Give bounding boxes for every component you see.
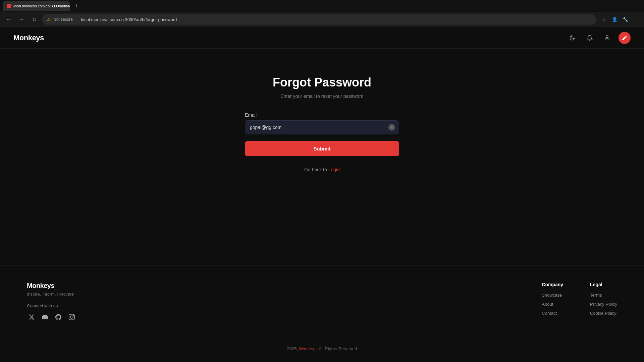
more-icon[interactable]: ⋮: [632, 15, 640, 23]
footer-main: Monkeys Inspire, Inform, Innovate Connec…: [27, 282, 617, 322]
copyright-text: 2025,: [287, 346, 299, 351]
user-avatar[interactable]: [619, 32, 631, 44]
tab-title: local.monkeys.com.co:3000/auth/forgot-pa…: [13, 4, 70, 8]
submit-button[interactable]: Submit: [245, 141, 399, 156]
header-actions: [566, 32, 631, 44]
back-text: Go back to: [304, 167, 328, 172]
address-input[interactable]: [75, 14, 592, 25]
email-label: Email: [245, 112, 399, 118]
browser-tabs: local.monkeys.com.co:3000/auth/forgot-pa…: [0, 0, 644, 12]
footer-tagline: Inspire, Inform, Innovate: [27, 292, 76, 297]
footer-links: Company Showcase About Contact Legal Ter…: [542, 282, 617, 322]
legal-links: Terms Privacy Policy Cookie Policy: [590, 293, 617, 316]
discord-icon[interactable]: [40, 312, 50, 322]
reload-button[interactable]: ↻: [30, 15, 39, 24]
back-button[interactable]: ←: [4, 15, 13, 24]
logo-text: Monkeys: [13, 34, 44, 42]
legal-title: Legal: [590, 282, 617, 287]
footer-logo: Monkeys: [27, 282, 76, 290]
page-subtitle: Enter your email to reset your password: [280, 94, 363, 99]
app: Monkeys: [0, 27, 644, 362]
forward-button[interactable]: →: [17, 15, 26, 24]
footer-company-col: Company Showcase About Contact: [542, 282, 563, 322]
active-tab[interactable]: local.monkeys.com.co:3000/auth/forgot-pa…: [3, 1, 70, 11]
about-link[interactable]: About: [542, 302, 563, 307]
theme-toggle-icon[interactable]: [566, 32, 578, 44]
browser-toolbar-icons: ☆ 👤 🔧 ⋮: [600, 15, 640, 23]
user-icon[interactable]: [601, 32, 613, 44]
social-icons: [27, 312, 76, 322]
connect-label: Connect with us: [27, 303, 76, 308]
privacy-link[interactable]: Privacy Policy: [590, 302, 617, 307]
address-bar: ← → ↻ ⚠ Not secure ☆ 👤 🔧 ⋮: [0, 12, 644, 27]
cookie-link[interactable]: Cookie Policy: [590, 311, 617, 316]
email-input[interactable]: [245, 120, 399, 134]
instagram-icon[interactable]: [67, 312, 76, 322]
company-links: Showcase About Contact: [542, 293, 563, 316]
footer-brand: Monkeys Inspire, Inform, Innovate Connec…: [27, 282, 76, 322]
contact-link[interactable]: Contact: [542, 311, 563, 316]
tab-favicon: [7, 4, 11, 8]
page-title: Forgot Password: [273, 75, 371, 89]
notifications-icon[interactable]: [584, 32, 596, 44]
extensions-icon[interactable]: 🔧: [621, 15, 629, 23]
security-label: Not secure: [53, 17, 73, 22]
footer: Monkeys Inspire, Inform, Innovate Connec…: [0, 265, 644, 362]
copyright-suffix: , All Rights Reserved: [317, 346, 357, 351]
github-icon[interactable]: [54, 312, 63, 322]
login-link[interactable]: Login: [328, 167, 340, 172]
bookmark-icon[interactable]: ☆: [600, 15, 608, 23]
footer-legal-col: Legal Terms Privacy Policy Cookie Policy: [590, 282, 617, 322]
back-to-login: Go back to Login: [245, 167, 399, 172]
svg-point-0: [606, 36, 608, 38]
browser-chrome: local.monkeys.com.co:3000/auth/forgot-pa…: [0, 0, 644, 27]
footer-bottom: 2025, Monkeys, All Rights Reserved: [27, 338, 617, 351]
security-icon: ⚠: [47, 17, 51, 22]
company-title: Company: [542, 282, 563, 287]
new-tab-button[interactable]: +: [72, 1, 81, 11]
logo[interactable]: Monkeys: [13, 34, 44, 42]
showcase-link[interactable]: Showcase: [542, 293, 563, 298]
twitter-icon[interactable]: [27, 312, 36, 322]
header: Monkeys: [0, 27, 644, 49]
email-input-wrapper: ✕: [245, 120, 399, 134]
forgot-password-form: Email ✕ Submit Go back to Login: [245, 112, 399, 172]
main-content: Forgot Password Enter your email to rese…: [0, 49, 644, 265]
terms-link[interactable]: Terms: [590, 293, 617, 298]
copyright-brand: Monkeys: [299, 346, 317, 351]
email-form-group: Email ✕: [245, 112, 399, 134]
profile-icon[interactable]: 👤: [610, 15, 619, 23]
clear-email-button[interactable]: ✕: [388, 124, 395, 131]
